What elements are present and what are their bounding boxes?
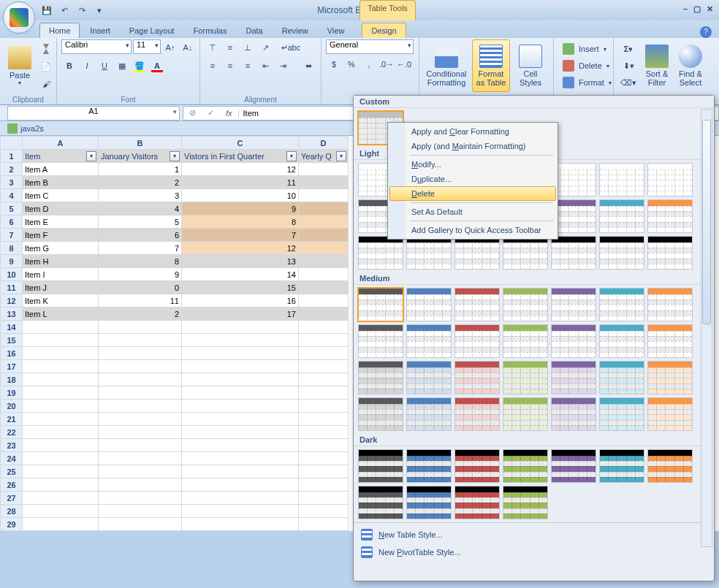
cell[interactable] <box>23 400 99 413</box>
new-table-style[interactable]: New Table Style... <box>360 526 708 543</box>
cell[interactable]: Item L <box>23 308 99 321</box>
table-style-swatch[interactable] <box>599 449 644 483</box>
tab-home[interactable]: Home <box>39 23 80 38</box>
table-header-cell[interactable]: January Visitors▾ <box>99 150 182 163</box>
table-style-swatch[interactable] <box>599 288 644 321</box>
cell[interactable] <box>99 478 182 492</box>
row-header-17[interactable]: 17 <box>1 360 23 373</box>
cell[interactable] <box>23 373 99 386</box>
qat-undo-button[interactable]: ↶ <box>57 3 72 18</box>
table-style-swatch[interactable] <box>599 324 644 358</box>
row-header-20[interactable]: 20 <box>1 400 23 413</box>
table-style-swatch[interactable] <box>551 236 596 270</box>
cell[interactable] <box>182 465 299 478</box>
help-button[interactable]: ? <box>700 26 712 38</box>
row-header-26[interactable]: 26 <box>1 478 23 492</box>
cell[interactable] <box>23 360 99 373</box>
cell[interactable]: Item J <box>23 281 99 294</box>
row-header-14[interactable]: 14 <box>1 321 23 334</box>
table-style-swatch[interactable] <box>454 449 500 483</box>
table-header-cell[interactable]: Item▾ <box>23 150 99 163</box>
cell[interactable]: Item G <box>23 242 99 255</box>
row-header-21[interactable]: 21 <box>1 413 23 426</box>
scrollbar-thumb[interactable] <box>702 120 711 324</box>
table-style-swatch[interactable] <box>454 486 500 519</box>
table-style-swatch[interactable] <box>503 288 548 321</box>
cell[interactable] <box>99 400 182 413</box>
cell[interactable] <box>299 386 349 400</box>
cell[interactable] <box>299 518 349 531</box>
table-style-swatch[interactable] <box>406 397 452 431</box>
align-right-button[interactable]: ≡ <box>240 58 256 74</box>
cell[interactable]: Item E <box>23 215 99 229</box>
office-button[interactable] <box>3 1 35 34</box>
cell[interactable] <box>182 505 299 518</box>
table-style-swatch[interactable] <box>406 324 452 358</box>
table-style-swatch[interactable] <box>647 397 693 431</box>
cell[interactable] <box>99 413 182 426</box>
cell[interactable] <box>23 386 99 400</box>
row-header-11[interactable]: 11 <box>1 281 23 294</box>
cell[interactable] <box>99 373 182 386</box>
row-header-12[interactable]: 12 <box>1 294 23 308</box>
percent-format-button[interactable]: % <box>343 56 360 72</box>
increase-decimal-button[interactable]: .0→ <box>378 56 395 72</box>
table-style-swatch[interactable] <box>551 449 596 483</box>
cell[interactable] <box>99 386 182 400</box>
row-header-3[interactable]: 3 <box>1 176 23 189</box>
table-style-swatch[interactable] <box>647 288 693 321</box>
cell[interactable] <box>23 465 99 478</box>
qat-customize-button[interactable]: ▾ <box>92 3 107 18</box>
restore-button[interactable]: ▢ <box>693 4 701 14</box>
table-style-swatch[interactable] <box>406 449 452 483</box>
underline-button[interactable]: U <box>96 58 113 74</box>
cell[interactable] <box>23 452 99 465</box>
row-header-10[interactable]: 10 <box>1 268 23 281</box>
table-style-swatch[interactable] <box>551 288 596 321</box>
font-size-combo[interactable]: 11 <box>133 39 161 54</box>
row-header-23[interactable]: 23 <box>1 439 23 452</box>
cell[interactable]: 2 <box>99 176 182 189</box>
select-all-corner[interactable] <box>1 137 23 150</box>
row-header-22[interactable]: 22 <box>1 426 23 439</box>
table-style-swatch[interactable] <box>503 486 548 519</box>
cell[interactable] <box>299 426 349 439</box>
format-cells-button[interactable]: Format▾ <box>558 75 616 91</box>
align-center-button[interactable]: ≡ <box>222 58 238 74</box>
cell[interactable] <box>99 505 182 518</box>
filter-dropdown-icon[interactable]: ▾ <box>336 151 346 161</box>
row-header-13[interactable]: 13 <box>1 308 23 321</box>
merge-center-button[interactable]: ⬌ <box>292 58 324 74</box>
table-style-swatch[interactable] <box>406 288 452 321</box>
row-header-2[interactable]: 2 <box>1 163 23 176</box>
filter-dropdown-icon[interactable]: ▾ <box>86 151 96 161</box>
table-style-swatch[interactable] <box>454 397 500 431</box>
cell[interactable] <box>299 373 349 386</box>
cell[interactable] <box>299 439 349 452</box>
cell[interactable] <box>99 347 182 360</box>
cell[interactable] <box>23 478 99 492</box>
cell[interactable] <box>23 413 99 426</box>
cell[interactable]: Item D <box>23 202 99 215</box>
cell[interactable]: 1 <box>99 163 182 176</box>
cell[interactable] <box>23 334 99 347</box>
cell[interactable]: 6 <box>99 229 182 242</box>
sort-filter-button[interactable]: Sort & Filter <box>642 39 672 92</box>
table-style-swatch[interactable] <box>358 397 403 431</box>
cell[interactable]: 7 <box>99 242 182 255</box>
row-header-4[interactable]: 4 <box>1 189 23 202</box>
table-style-swatch[interactable] <box>599 236 644 270</box>
cell[interactable] <box>182 360 299 373</box>
filter-dropdown-icon[interactable]: ▾ <box>170 151 180 161</box>
row-header-28[interactable]: 28 <box>1 505 23 518</box>
row-header-27[interactable]: 27 <box>1 492 23 505</box>
cell[interactable] <box>299 255 349 268</box>
cell[interactable] <box>99 518 182 531</box>
cell[interactable]: 11 <box>182 176 299 189</box>
cm-apply-maintain[interactable]: Apply (and Maintain Formatting) <box>389 139 556 153</box>
tab-formulas[interactable]: Formulas <box>185 23 236 38</box>
font-face-combo[interactable]: Calibri <box>61 39 132 54</box>
cell[interactable]: Item I <box>23 268 99 281</box>
decrease-indent-button[interactable]: ⇤ <box>257 58 273 74</box>
format-painter-button[interactable]: 🖌 <box>38 76 54 92</box>
